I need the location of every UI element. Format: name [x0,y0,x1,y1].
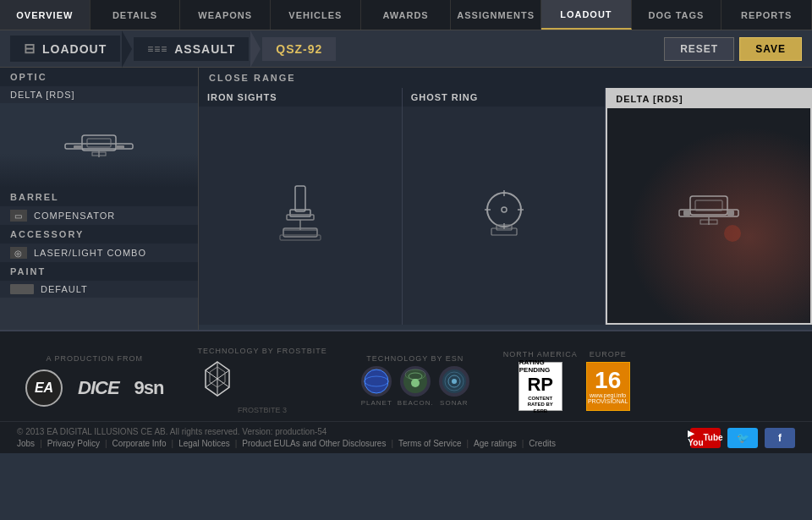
accessory-header: ACCESSORY [0,225,198,244]
delta-rds-label: DELTA [RDS] [607,90,810,108]
iron-sights-icon [266,178,334,254]
save-button[interactable]: SAVE [739,37,802,61]
paint-selected-item[interactable]: DEFAULT [0,281,198,298]
barrel-header: BARREL [0,188,198,206]
right-panel: CLOSE RANGE IRON SIGHTS [199,68,812,330]
beacon-label: BEACON. [398,399,434,407]
accessory-label: LASER/LIGHT COMBO [34,248,146,258]
optic-option-ghost-ring[interactable]: GHOST RING [403,88,606,325]
barrel-label: COMPENSATOR [34,211,115,221]
delta-rds-preview-icon [57,120,141,171]
accessory-section: ACCESSORY ◎ LASER/LIGHT COMBO [0,225,198,262]
footer-link-legal[interactable]: Legal Notices [178,439,230,448]
delta-rds-option-icon [667,178,751,254]
esn-icons-row: PLANET BEACON. [361,366,469,407]
footer-link-jobs[interactable]: Jobs [17,439,35,448]
eu-label: EUROPE [590,350,627,359]
breadcrumb-assault[interactable]: ≡≡≡ ASSAULT [134,37,249,61]
twitter-button[interactable]: 🐦 [727,428,758,448]
barrel-selected-item[interactable]: ▭ COMPENSATOR [0,206,198,225]
breadcrumb-bar: ⊟ LOADOUT ≡≡≡ ASSAULT QSZ-92 RESET SAVE [0,30,812,68]
nav-awards[interactable]: AWARDS [361,0,452,30]
pegi-url: www.pegi.info [590,392,626,398]
facebook-button[interactable]: f [765,428,795,448]
top-navigation: OVERVIEW DETAILS WEAPONS VEHICLES AWARDS… [0,0,812,30]
footer-esn-section: TECHNOLOGY BY ESN PLANET [361,354,469,407]
footer-link-credits[interactable]: Credits [529,439,556,448]
nav-overview[interactable]: OVERVIEW [0,0,91,30]
svg-rect-6 [116,145,124,149]
footer-link-eulas[interactable]: Product EULAs and Other Disclosures [242,439,386,448]
nav-dog-tags[interactable]: DOG TAGS [632,0,722,30]
optic-selected-item[interactable]: DELTA [RDS] [0,86,198,103]
loadout-icon: ⊟ [24,41,36,57]
svg-rect-8 [290,210,310,216]
nav-weapons[interactable]: WEAPONS [180,0,271,30]
svg-rect-5 [74,145,82,149]
footer-bottom: © 2013 EA DIGITAL ILLUSIONS CE AB. All r… [0,421,812,453]
sonar-label: SONAR [440,399,468,407]
frostbite-name: FROSTBITE 3 [197,406,326,414]
main-content: OPTIC DELTA [RDS] BARREL [0,68,812,330]
footer-bottom-left: © 2013 EA DIGITAL ILLUSIONS CE AB. All r… [17,427,556,448]
esrb-top-label: RATING PENDING [519,359,562,374]
optic-label: DELTA [RDS] [10,90,75,100]
nav-loadout[interactable]: LOADOUT [541,0,632,30]
svg-point-14 [487,193,521,227]
sonar-icon [439,366,469,397]
optic-section: OPTIC DELTA [RDS] [0,68,198,188]
footer-frostbite-section: TECHNOLOGY BY FROSTBITE FROSTBITE 3 [197,347,326,414]
delta-rds-image [607,108,810,323]
breadcrumb-loadout[interactable]: ⊟ LOADOUT [10,36,120,62]
optic-header: OPTIC [0,68,198,86]
nav-reports[interactable]: REPORTS [721,0,812,30]
footer-social: ▶ YouTube 🐦 f [690,428,795,448]
iron-sights-image [199,107,402,325]
footer-link-corporate[interactable]: Corporate Info [112,439,167,448]
svg-rect-7 [295,186,305,211]
footer-link-age-ratings[interactable]: Age ratings [474,439,517,448]
optic-options: IRON SIGHTS GHOST RING [199,88,812,325]
nav-details[interactable]: DETAILS [91,0,181,30]
ghost-ring-icon [466,178,542,254]
svg-rect-9 [287,215,314,220]
frostbite-logo-icon [200,360,235,404]
footer-link-privacy[interactable]: Privacy Policy [47,439,100,448]
breadcrumb-weapon[interactable]: QSZ-92 [262,37,336,61]
reset-button[interactable]: RESET [664,37,734,61]
accessory-icon: ◎ [10,247,27,259]
paint-header: PAINT [0,262,198,281]
svg-rect-24 [695,200,722,211]
optic-option-delta-rds[interactable]: DELTA [RDS] [606,88,812,325]
copyright-text: © 2013 EA DIGITAL ILLUSIONS CE AB. All r… [17,427,556,436]
footer-ratings-section: NORTH AMERICA RATING PENDING RP CONTENT … [503,350,630,411]
dice-logo: DICE [78,377,119,399]
svg-point-29 [724,225,741,242]
production-label: A PRODUCTION FROM [46,354,143,363]
esn-sonar-item: SONAR [439,366,469,407]
youtube-button[interactable]: ▶ YouTube [690,428,721,448]
esn-planet-item: PLANET [361,366,392,407]
left-panel: OPTIC DELTA [RDS] BARREL [0,68,199,330]
esrb-sub: CONTENT RATED BYESRB [519,396,562,414]
esn-label: TECHNOLOGY BY ESN [361,354,469,363]
accessory-selected-item[interactable]: ◎ LASER/LIGHT COMBO [0,244,198,262]
svg-rect-23 [690,196,727,215]
optic-option-iron-sights[interactable]: IRON SIGHTS [199,88,403,325]
breadcrumb-arrow-1 [122,30,132,68]
production-logos-row: EA DICE 9sn [25,369,163,407]
esrb-col: NORTH AMERICA RATING PENDING RP CONTENT … [503,350,578,411]
na-label: NORTH AMERICA [503,350,578,359]
breadcrumb-arrow-2 [250,30,261,68]
paint-label: DEFAULT [41,284,88,294]
nav-vehicles[interactable]: VEHICLES [271,0,361,30]
svg-rect-21 [491,228,517,235]
nav-assignments[interactable]: ASSIGNMENTS [451,0,541,30]
planet-label: PLANET [361,399,392,407]
esrb-rp: RP [527,374,553,396]
svg-point-15 [502,207,507,212]
paint-icon [10,284,34,294]
footer-link-terms[interactable]: Terms of Service [398,439,461,448]
esn-beacon-item: BEACON. [398,366,434,407]
barrel-section: BARREL ▭ COMPENSATOR [0,188,198,225]
